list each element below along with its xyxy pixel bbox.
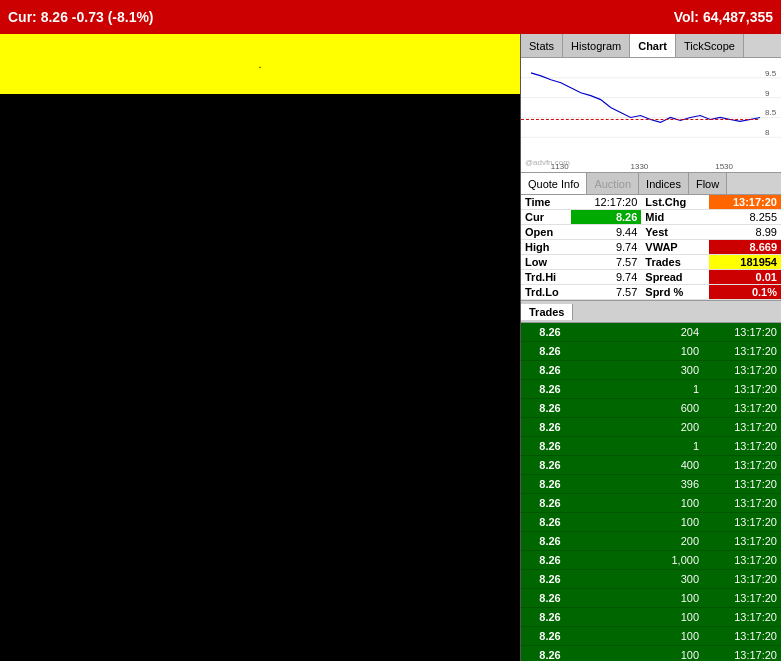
trade-row: 8.26113:17:20 <box>521 437 781 456</box>
tab-tickscope[interactable]: TickScope <box>676 34 744 57</box>
trade-volume: 100 <box>575 630 707 642</box>
trade-volume: 600 <box>575 402 707 414</box>
change-value: -0.73 <box>72 9 104 25</box>
trade-time: 13:17:20 <box>707 345 777 357</box>
qtab-auction[interactable]: Auction <box>587 173 639 194</box>
yellow-bar: . <box>0 34 520 94</box>
quote-label2: Lst.Chg <box>641 195 709 210</box>
quote-label: Open <box>521 225 571 240</box>
trade-row: 8.2610013:17:20 <box>521 627 781 646</box>
trade-time: 13:17:20 <box>707 440 777 452</box>
svg-rect-0 <box>521 58 781 172</box>
trade-price: 8.26 <box>525 440 575 452</box>
svg-text:1330: 1330 <box>631 162 649 171</box>
trade-row: 8.2640013:17:20 <box>521 456 781 475</box>
trades-tab-row: Trades <box>521 301 781 323</box>
trade-price: 8.26 <box>525 630 575 642</box>
cur-value: 8.26 <box>41 9 68 25</box>
trade-time: 13:17:20 <box>707 478 777 490</box>
trade-volume: 1,000 <box>575 554 707 566</box>
trade-price: 8.26 <box>525 459 575 471</box>
trade-volume: 100 <box>575 497 707 509</box>
trade-volume: 100 <box>575 592 707 604</box>
quote-value: 12:17:20 <box>571 195 641 210</box>
left-chart-area <box>0 94 520 661</box>
svg-text:8: 8 <box>765 128 770 137</box>
trade-row: 8.2620013:17:20 <box>521 532 781 551</box>
quote-label: Cur <box>521 210 571 225</box>
quote-label2: VWAP <box>641 240 709 255</box>
trade-price: 8.26 <box>525 516 575 528</box>
trade-volume: 300 <box>575 364 707 376</box>
trade-row: 8.2610013:17:20 <box>521 646 781 661</box>
trade-row: 8.2610013:17:20 <box>521 608 781 627</box>
trade-volume: 200 <box>575 421 707 433</box>
trade-time: 13:17:20 <box>707 364 777 376</box>
tab-stats[interactable]: Stats <box>521 34 563 57</box>
trade-volume: 100 <box>575 345 707 357</box>
quote-value2: 8.669 <box>709 240 781 255</box>
svg-text:8.5: 8.5 <box>765 109 777 118</box>
trade-time: 13:17:20 <box>707 497 777 509</box>
trade-row: 8.26113:17:20 <box>521 380 781 399</box>
trade-time: 13:17:20 <box>707 383 777 395</box>
quote-value: 8.26 <box>571 210 641 225</box>
trades-tab[interactable]: Trades <box>521 304 573 320</box>
svg-text:1530: 1530 <box>715 162 733 171</box>
trade-row: 8.2610013:17:20 <box>521 589 781 608</box>
trade-price: 8.26 <box>525 402 575 414</box>
trade-price: 8.26 <box>525 383 575 395</box>
trade-time: 13:17:20 <box>707 649 777 661</box>
trade-price: 8.26 <box>525 592 575 604</box>
quote-label2: Spread <box>641 270 709 285</box>
quote-label: Trd.Lo <box>521 285 571 300</box>
trade-row: 8.2630013:17:20 <box>521 570 781 589</box>
quote-value: 7.57 <box>571 255 641 270</box>
trade-price: 8.26 <box>525 497 575 509</box>
trades-list[interactable]: 8.2620413:17:208.2610013:17:208.2630013:… <box>521 323 781 661</box>
trade-row: 8.2610013:17:20 <box>521 494 781 513</box>
trade-price: 8.26 <box>525 535 575 547</box>
svg-text:1130: 1130 <box>551 162 569 171</box>
trade-time: 13:17:20 <box>707 402 777 414</box>
trade-volume: 204 <box>575 326 707 338</box>
trade-volume: 396 <box>575 478 707 490</box>
quote-table: Time12:17:20Lst.Chg13:17:20Cur8.26Mid8.2… <box>521 195 781 300</box>
quote-label: Trd.Hi <box>521 270 571 285</box>
trade-time: 13:17:20 <box>707 535 777 547</box>
svg-text:9: 9 <box>765 89 770 98</box>
qtab-indices[interactable]: Indices <box>639 173 689 194</box>
trade-time: 13:17:20 <box>707 326 777 338</box>
trade-price: 8.26 <box>525 345 575 357</box>
trade-row: 8.2610013:17:20 <box>521 513 781 532</box>
trade-time: 13:17:20 <box>707 554 777 566</box>
trade-time: 13:17:20 <box>707 516 777 528</box>
qtab-flow[interactable]: Flow <box>689 173 727 194</box>
change-pct: (-8.1%) <box>108 9 154 25</box>
trade-price: 8.26 <box>525 364 575 376</box>
quote-value: 7.57 <box>571 285 641 300</box>
quote-label2: Sprd % <box>641 285 709 300</box>
trade-volume: 400 <box>575 459 707 471</box>
quote-tabs-row: Quote Info Auction Indices Flow <box>521 173 781 195</box>
quote-value2: 8.99 <box>709 225 781 240</box>
quote-value2: 8.255 <box>709 210 781 225</box>
qtab-quote-info[interactable]: Quote Info <box>521 173 587 194</box>
current-price-info: Cur: 8.26 -0.73 (-8.1%) <box>8 9 154 25</box>
trade-price: 8.26 <box>525 326 575 338</box>
trade-time: 13:17:20 <box>707 459 777 471</box>
trade-time: 13:17:20 <box>707 630 777 642</box>
quote-value: 9.74 <box>571 270 641 285</box>
cur-label: Cur: <box>8 9 37 25</box>
tab-chart[interactable]: Chart <box>630 34 676 57</box>
trade-time: 13:17:20 <box>707 592 777 604</box>
top-tabs-row: Stats Histogram Chart TickScope <box>521 34 781 58</box>
volume-info: Vol: 64,487,355 <box>674 9 773 25</box>
trade-volume: 300 <box>575 573 707 585</box>
quote-value2: 0.01 <box>709 270 781 285</box>
tab-histogram[interactable]: Histogram <box>563 34 630 57</box>
trade-row: 8.2620013:17:20 <box>521 418 781 437</box>
quote-label: Time <box>521 195 571 210</box>
trade-row: 8.2620413:17:20 <box>521 323 781 342</box>
svg-text:9.5: 9.5 <box>765 69 777 78</box>
